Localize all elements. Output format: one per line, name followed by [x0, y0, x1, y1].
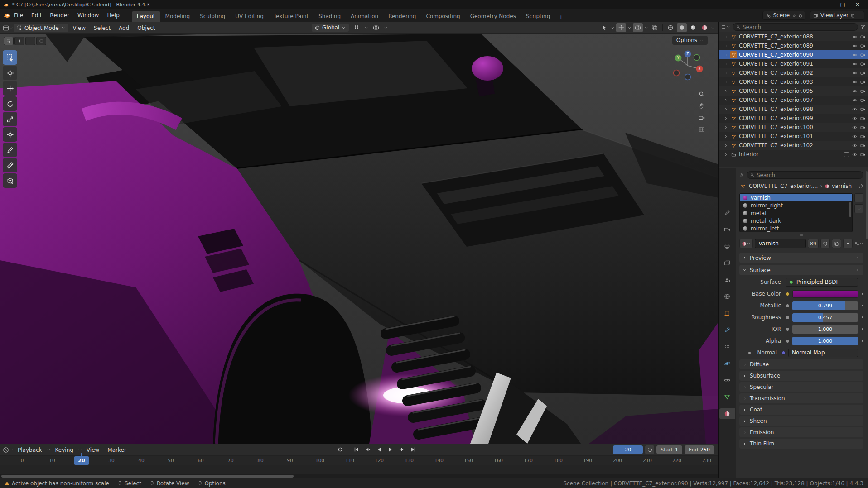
- disable-render-icon[interactable]: [860, 152, 865, 157]
- jump-to-start-button[interactable]: [352, 445, 362, 454]
- maximize-button[interactable]: ▢: [840, 1, 845, 8]
- hide-viewport-icon[interactable]: [852, 107, 857, 112]
- properties-display-icon[interactable]: [739, 172, 744, 177]
- panel-drag-icon[interactable]: [856, 256, 860, 260]
- disable-render-icon[interactable]: [860, 125, 865, 130]
- hide-viewport-icon[interactable]: [852, 71, 857, 76]
- play-button[interactable]: [386, 445, 395, 454]
- play-reverse-button[interactable]: [374, 445, 384, 454]
- material-slot[interactable]: metal: [740, 209, 852, 217]
- hide-viewport-icon[interactable]: [852, 98, 857, 103]
- hide-viewport-icon[interactable]: [852, 143, 857, 148]
- panel-thin-film[interactable]: Thin Film: [739, 439, 863, 449]
- expand-icon[interactable]: [724, 144, 728, 148]
- outliner-row[interactable]: CORVETTE_C7_exterior.092: [719, 68, 868, 77]
- use-preview-range-icon[interactable]: [645, 445, 654, 454]
- navigation-gizmo[interactable]: Z X Y: [670, 48, 706, 84]
- pan-view-icon[interactable]: [699, 103, 705, 109]
- expand-icon[interactable]: [724, 80, 728, 84]
- object-name[interactable]: CORVETTE_C7_exterior.100: [739, 124, 850, 130]
- normal-expand-icon[interactable]: [739, 351, 746, 355]
- tab-constraints[interactable]: [719, 375, 735, 386]
- material-slot[interactable]: metal_dark: [740, 217, 852, 225]
- hide-viewport-icon[interactable]: [852, 53, 857, 57]
- scene-selector[interactable]: Scene: [762, 11, 805, 20]
- select-mode-extend-button[interactable]: [14, 37, 24, 45]
- timeline-menu-view[interactable]: View: [83, 445, 103, 455]
- tab-object-data[interactable]: [719, 392, 735, 402]
- timeline-ruler[interactable]: 0 10 20 30 40 50 60 70 80 90 100 110 120…: [0, 456, 718, 465]
- tab-material[interactable]: [719, 408, 735, 419]
- panel-drag-icon[interactable]: [856, 268, 860, 272]
- outliner-editor-type-icon[interactable]: [721, 24, 730, 29]
- object-name[interactable]: CORVETTE_C7_exterior.098: [739, 106, 850, 112]
- disable-render-icon[interactable]: [860, 62, 865, 67]
- tab-view-layer[interactable]: [719, 258, 735, 268]
- outliner-row[interactable]: CORVETTE_C7_exterior.089: [719, 41, 868, 50]
- next-keyframe-button[interactable]: [397, 445, 407, 454]
- expand-icon[interactable]: [724, 125, 728, 129]
- surface-panel-header[interactable]: Surface: [739, 265, 863, 275]
- select-mode-new-button[interactable]: [4, 37, 14, 45]
- minimize-button[interactable]: –: [828, 1, 830, 8]
- disable-render-icon[interactable]: [860, 80, 865, 85]
- animate-dot[interactable]: [862, 305, 863, 306]
- outliner-row[interactable]: CORVETTE_C7_exterior.097: [719, 96, 868, 105]
- tool-annotate[interactable]: [3, 143, 17, 157]
- object-name[interactable]: CORVETTE_C7_exterior.095: [739, 88, 850, 94]
- tab-layout[interactable]: Layout: [132, 11, 160, 22]
- camera-view-icon[interactable]: [699, 115, 705, 121]
- new-scene-icon[interactable]: [798, 14, 802, 18]
- object-name[interactable]: CORVETTE_C7_exterior.091: [739, 61, 850, 67]
- gizmo-neg-x[interactable]: [674, 70, 680, 76]
- browse-material-button[interactable]: [739, 239, 753, 248]
- expand-icon[interactable]: [724, 98, 728, 102]
- alpha-slider[interactable]: 1.000: [792, 337, 858, 345]
- hide-viewport-icon[interactable]: [852, 34, 857, 39]
- hide-viewport-icon[interactable]: [852, 116, 857, 121]
- snap-options-icon[interactable]: [364, 26, 368, 30]
- outliner-row[interactable]: CORVETTE_C7_exterior.101: [719, 132, 868, 141]
- disable-render-icon[interactable]: [860, 143, 865, 148]
- material-name-input[interactable]: varnish: [755, 239, 806, 248]
- material-users-button[interactable]: 89: [808, 239, 819, 248]
- viewport-canvas[interactable]: [0, 34, 719, 444]
- tab-compositing[interactable]: Compositing: [421, 11, 465, 22]
- tool-add-cube[interactable]: [3, 173, 17, 188]
- menu-render[interactable]: Render: [46, 11, 73, 20]
- show-overlays-toggle[interactable]: [633, 23, 643, 32]
- hide-viewport-icon[interactable]: [852, 89, 857, 94]
- expand-icon[interactable]: [724, 53, 728, 57]
- disable-render-icon[interactable]: [860, 116, 865, 121]
- surface-shader-dropdown[interactable]: Principled BSDF: [786, 278, 858, 287]
- shading-solid-button[interactable]: [677, 23, 687, 32]
- pin-scene-icon[interactable]: [792, 14, 796, 18]
- tab-world[interactable]: [719, 291, 735, 302]
- outliner-row[interactable]: CORVETTE_C7_exterior.098: [719, 105, 868, 114]
- outliner-row[interactable]: CORVETTE_C7_exterior.095: [719, 86, 868, 96]
- prev-keyframe-button[interactable]: [363, 445, 373, 454]
- disable-render-icon[interactable]: [860, 107, 865, 112]
- outliner-row[interactable]: CORVETTE_C7_exterior.100: [719, 123, 868, 132]
- expand-icon[interactable]: [724, 89, 728, 93]
- object-name[interactable]: CORVETTE_C7_exterior.093: [739, 79, 850, 85]
- expand-icon[interactable]: [724, 44, 728, 48]
- tab-particles[interactable]: [719, 341, 735, 352]
- object-name[interactable]: CORVETTE_C7_exterior.089: [739, 43, 850, 49]
- tab-output[interactable]: [719, 241, 735, 252]
- outliner-row[interactable]: CORVETTE_C7_exterior.088: [719, 32, 868, 41]
- material-specials-button[interactable]: [854, 204, 863, 213]
- timeline-menu-keying[interactable]: Keying: [52, 445, 77, 455]
- expand-icon[interactable]: [724, 116, 728, 120]
- material-slot-active[interactable]: varnish: [740, 194, 852, 201]
- unlink-material-button[interactable]: [843, 239, 853, 248]
- xray-toggle[interactable]: [650, 23, 660, 32]
- collection-name[interactable]: Interior: [739, 151, 842, 158]
- expand-icon[interactable]: [724, 153, 728, 157]
- transform-orientation-dropdown[interactable]: Global: [312, 24, 349, 32]
- tab-texture-paint[interactable]: Texture Paint: [269, 11, 313, 22]
- tool-cursor[interactable]: [3, 66, 17, 80]
- preview-panel-header[interactable]: Preview: [739, 253, 863, 263]
- gizmo-neg-y[interactable]: [694, 55, 700, 61]
- animate-dot[interactable]: [862, 293, 863, 295]
